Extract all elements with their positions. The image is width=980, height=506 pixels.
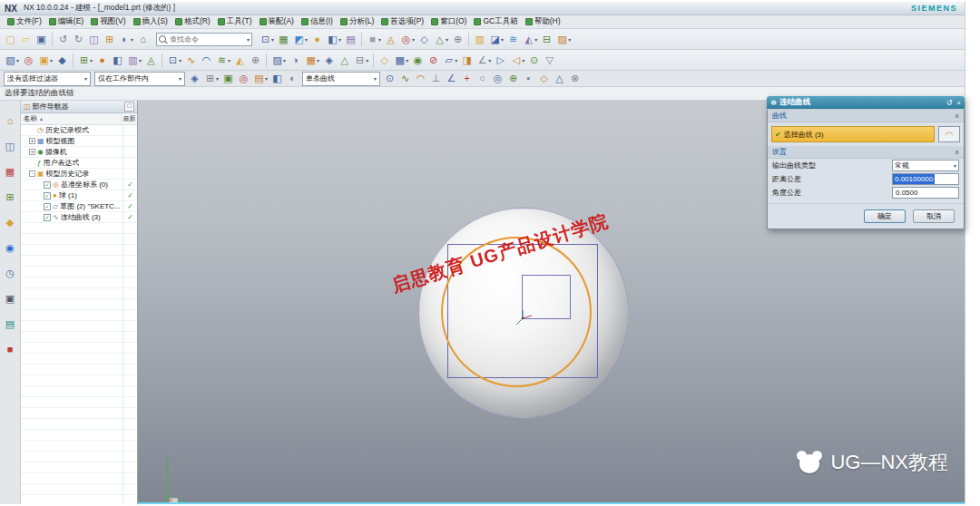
tool-button[interactable]: ≋ — [506, 31, 520, 47]
tool-button[interactable]: ∿ — [184, 52, 198, 68]
copy-button[interactable]: ◫ — [87, 31, 101, 47]
tool-button[interactable]: ⊗ — [568, 71, 582, 87]
tree-row[interactable]: ✓▱草图 (2) "SKETC...✓ — [21, 201, 137, 212]
panel-pin-button[interactable]: □ — [124, 102, 134, 112]
tool-button[interactable]: ▱▾ — [442, 52, 458, 68]
tool-button[interactable]: ⊟ — [540, 31, 554, 47]
tool-button[interactable]: ▩▾ — [393, 52, 409, 68]
menu-item[interactable]: 工具(T) — [214, 15, 256, 28]
section-settings[interactable]: 设置 ∧ — [768, 146, 964, 159]
tool-button[interactable]: ∠▾ — [475, 52, 492, 68]
tool-button[interactable]: ● — [310, 31, 324, 47]
visibility-checkbox[interactable]: ✓ — [44, 192, 51, 199]
menu-item[interactable]: 首选项(P) — [377, 15, 427, 28]
output-type-select[interactable]: 常规 ▾ — [892, 160, 959, 171]
navigator-header[interactable]: ◫ 部件导航器 □ — [21, 101, 137, 113]
selection-scope-dropdown[interactable]: 仅在工作部件内 ▾ — [94, 72, 185, 86]
expand-toggle[interactable]: + — [29, 149, 35, 155]
tool-button[interactable]: ▷ — [494, 52, 507, 68]
collapse-chevron-icon[interactable]: ∧ — [955, 149, 959, 156]
tool-button[interactable]: ◈ — [322, 52, 336, 68]
system-scenes-button[interactable]: ▣ — [4, 291, 17, 306]
history-button[interactable]: ◷ — [4, 266, 17, 280]
render-style-button[interactable]: ◐▾ — [118, 31, 134, 47]
tool-button[interactable]: △ — [338, 52, 351, 68]
process-studio-button[interactable]: ▤ — [4, 316, 17, 331]
tool-button[interactable]: ▦▾ — [304, 52, 320, 68]
column-name[interactable]: 名称 — [24, 114, 37, 123]
dialog-reset-button[interactable]: ↺ — [946, 99, 953, 107]
tool-button[interactable]: ◧ — [111, 52, 124, 68]
menu-item[interactable]: 文件(F) — [4, 15, 45, 28]
tool-button[interactable]: ◎ — [237, 71, 250, 87]
angle-tolerance-input[interactable]: 0.0500 — [892, 187, 959, 199]
tool-button[interactable]: ◎▾ — [399, 31, 416, 47]
tool-button[interactable]: ▦ — [277, 31, 290, 47]
tool-button[interactable]: ● — [95, 52, 109, 68]
menu-item[interactable]: 装配(A) — [256, 15, 298, 28]
tool-button[interactable]: ▥▾ — [126, 52, 142, 68]
tool-button[interactable]: ▽ — [543, 52, 556, 68]
tool-button[interactable]: △▾ — [433, 31, 449, 47]
web-browser-button[interactable]: ◉ — [4, 240, 17, 255]
tool-button[interactable]: ◑ — [289, 52, 302, 68]
tool-button[interactable]: ▥ — [473, 31, 486, 47]
part-navigator-button[interactable]: ▦ — [4, 164, 17, 179]
tool-button[interactable]: △ — [553, 71, 566, 87]
tool-button[interactable]: ◈ — [188, 71, 201, 87]
ok-button[interactable]: 确定 — [864, 209, 906, 223]
dialog-titlebar[interactable]: ☸ 连结曲线 ↺ × — [767, 96, 965, 109]
curve-pick-button[interactable]: ◠ — [938, 126, 960, 142]
tool-button[interactable]: ◬ — [144, 52, 158, 68]
tool-button[interactable]: ≋▾ — [215, 52, 231, 68]
curve-rule-dropdown[interactable]: 单条曲线 ▾ — [302, 72, 380, 86]
tool-button[interactable]: ◎ — [22, 52, 35, 68]
search-input[interactable] — [168, 34, 239, 44]
new-file-button[interactable]: ▢ — [4, 31, 17, 47]
selection-filter-dropdown[interactable]: 没有选择过滤器 ▾ — [4, 72, 91, 86]
tool-button[interactable]: ▨▾ — [555, 31, 572, 47]
distance-tolerance-input[interactable]: 0.00100000 — [892, 173, 959, 185]
tool-button[interactable]: ▤ — [344, 31, 358, 47]
tool-button[interactable]: ◇ — [537, 71, 551, 87]
navigator-column-headers[interactable]: 名称 ▲ 最新 — [21, 113, 137, 125]
tool-button[interactable]: ∿ — [398, 71, 412, 87]
tool-button[interactable]: ◨ — [460, 52, 474, 68]
menu-item[interactable]: 窗口(O) — [427, 15, 470, 28]
tool-button[interactable]: ◠ — [200, 52, 213, 68]
visibility-checkbox[interactable]: ✓ — [44, 181, 51, 189]
menu-item[interactable]: 信息(I) — [298, 15, 337, 28]
tool-button[interactable]: ◎ — [491, 71, 505, 87]
collapse-chevron-icon[interactable]: ∧ — [955, 112, 959, 120]
redo-button[interactable]: ↻ — [72, 31, 85, 47]
paste-button[interactable]: ⊞ — [103, 31, 116, 47]
tree-row[interactable]: ✓∿连结曲线 (3)✓ — [21, 212, 137, 223]
command-finder[interactable]: ▾ — [156, 33, 252, 46]
tool-button[interactable]: ◠ — [414, 71, 427, 87]
tool-button[interactable]: ⊡▾ — [259, 31, 275, 47]
tool-button[interactable]: ◭ — [233, 52, 247, 68]
roles-button[interactable]: ■ — [4, 342, 17, 356]
menu-item[interactable]: 帮助(H) — [522, 15, 564, 28]
tool-button[interactable]: ⊘ — [426, 52, 440, 68]
open-file-button[interactable]: ▱ — [19, 31, 33, 47]
assembly-navigator-button[interactable]: ⌂ — [4, 113, 17, 128]
tool-button[interactable]: ◧ — [270, 71, 284, 87]
cancel-button[interactable]: 取消 — [913, 209, 955, 223]
tree-row[interactable]: +◉摄像机 — [21, 147, 137, 158]
tool-button[interactable]: ◬ — [384, 31, 397, 47]
tool-button[interactable]: ▨▾ — [270, 52, 287, 68]
menu-item[interactable]: 分析(L) — [337, 15, 377, 28]
tool-button[interactable]: ○ — [475, 71, 489, 87]
tree-row[interactable]: ƒ用户表达式 — [21, 158, 137, 169]
tool-button[interactable]: ⊕ — [506, 71, 520, 87]
tool-button[interactable]: ◧▾ — [326, 31, 342, 47]
tool-button[interactable]: ■▾ — [366, 31, 382, 47]
home-view-button[interactable]: ⌂ — [136, 31, 150, 47]
tool-button[interactable]: ◉ — [411, 52, 425, 68]
tool-button[interactable]: ⊞▾ — [77, 52, 93, 68]
section-curve[interactable]: 曲线 ∧ — [768, 110, 964, 122]
title-bar[interactable]: NX NX 10.0.0.24 - 建模 - [_model1.prt (修改的… — [0, 2, 965, 15]
dialog-options-icon[interactable]: ☸ — [770, 99, 777, 107]
tool-button[interactable]: ◩▾ — [292, 31, 309, 47]
